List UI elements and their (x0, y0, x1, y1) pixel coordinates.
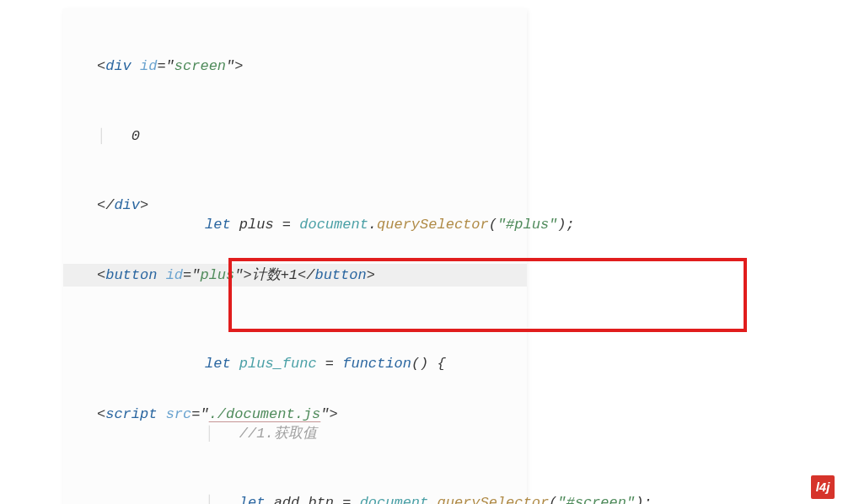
code-line (205, 283, 761, 307)
js-code-snippet: let plus = document.querySelector("#plus… (205, 167, 761, 504)
code-line: │ let add_btn = document.querySelector("… (205, 491, 761, 504)
code-line: let plus_func = function() { (205, 352, 761, 376)
watermark-text: l4j (816, 477, 830, 497)
code-line: let plus = document.querySelector("#plus… (205, 213, 761, 237)
watermark-icon: l4j (811, 475, 835, 499)
code-line: │ 0 (63, 125, 527, 148)
code-line: │ //1.获取值 (205, 422, 761, 446)
code-line: <div id="screen"> (63, 55, 527, 78)
